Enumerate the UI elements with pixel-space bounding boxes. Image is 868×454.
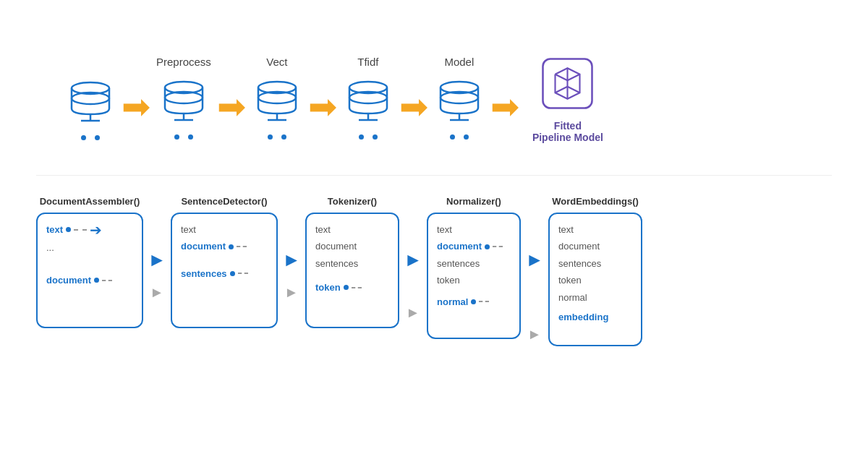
field-text: text ➔ xyxy=(46,221,133,238)
database-icon-1 xyxy=(158,74,209,125)
fitted-model-label: FittedPipeline Model xyxy=(532,120,603,143)
component-title-2: Tokenizer() xyxy=(328,196,377,207)
field-dot xyxy=(344,285,349,290)
field-text-3: text xyxy=(437,221,511,238)
dot xyxy=(95,135,100,140)
svg-line-22 xyxy=(556,74,568,80)
step-1-dots xyxy=(174,134,193,140)
solid-arrow-icon: ► xyxy=(404,250,422,269)
database-icon-3 xyxy=(343,74,393,125)
solid-arrow-icon: ► xyxy=(525,250,544,269)
arrow-1: ➡ xyxy=(122,90,150,124)
field-document-1: document xyxy=(181,238,268,254)
svg-line-25 xyxy=(556,86,568,93)
component-box-2: text document sentences token xyxy=(305,213,399,328)
component-box-4: text document sentences token normal emb… xyxy=(548,213,642,346)
field-normal-output: normal xyxy=(437,294,511,310)
dot xyxy=(450,134,455,140)
step-2-label: Vect xyxy=(266,56,287,68)
field-dot xyxy=(485,244,490,249)
database-icon-4 xyxy=(434,74,485,125)
arrow-5: ➡ xyxy=(490,90,519,124)
field-text-1: text xyxy=(181,221,268,238)
step-2-dots xyxy=(268,134,286,140)
dot xyxy=(268,134,273,140)
main-container: ➡ Preprocess ➡ Vect xyxy=(0,0,868,454)
field-document-3: document xyxy=(437,238,511,254)
svg-line-26 xyxy=(568,86,580,93)
svg-line-23 xyxy=(568,74,580,80)
connector-1-2: ► ► xyxy=(278,250,305,299)
connector-2-3: ► ► xyxy=(399,250,427,320)
field-dot xyxy=(66,227,71,232)
dashed-arrow-icon: ► xyxy=(406,305,420,320)
field-document-2: document xyxy=(315,238,389,254)
pipeline-step-1: Preprocess xyxy=(156,56,211,140)
component-col-3: Normalizer() text document sentences tok… xyxy=(427,196,521,339)
field-sentences-4: sentences xyxy=(558,255,632,272)
component-title-0: DocumentAssembler() xyxy=(40,196,140,207)
connector-3-4: ► ► xyxy=(521,250,548,341)
component-box-3: text document sentences token normal xyxy=(427,213,521,339)
pipeline-step-2: Vect xyxy=(252,56,302,140)
database-icon-0 xyxy=(65,75,116,126)
dashed-arrow-icon: ► xyxy=(150,285,164,299)
field-normal-4: normal xyxy=(558,289,632,306)
step-3-label: Tfidf xyxy=(357,56,378,68)
field-sentences-3: sentences xyxy=(437,255,511,272)
dashed-arrow-icon: ► xyxy=(527,327,542,341)
field-text-4: text xyxy=(558,221,632,238)
field-embedding-output: embedding xyxy=(558,309,632,325)
pipeline-step-3: Tfidf xyxy=(343,56,393,140)
field-token-3: token xyxy=(437,272,511,288)
component-col-1: SentenceDetector() text document sentenc… xyxy=(171,196,278,328)
field-token-output: token xyxy=(315,279,389,296)
dot xyxy=(188,134,193,140)
dot xyxy=(359,134,364,140)
dot xyxy=(81,135,86,140)
fitted-model: FittedPipeline Model xyxy=(532,53,603,143)
divider xyxy=(36,175,832,176)
arrow-4: ➡ xyxy=(399,90,428,124)
component-box-0: text ➔ ... document xyxy=(36,213,143,328)
dot xyxy=(464,134,469,140)
step-4-dots xyxy=(450,134,469,140)
field-token-4: token xyxy=(558,272,632,288)
component-col-4: WordEmbeddings() text document sentences… xyxy=(548,196,642,346)
field-dot xyxy=(229,244,234,249)
dot xyxy=(174,134,179,140)
pipeline-step-4: Model xyxy=(434,56,485,140)
component-col-2: Tokenizer() text document sentences toke… xyxy=(305,196,399,328)
field-text-2: text xyxy=(315,221,389,238)
arrow-2: ➡ xyxy=(217,90,246,124)
top-section: ➡ Preprocess ➡ Vect xyxy=(22,14,846,174)
dot xyxy=(373,134,378,140)
step-4-label: Model xyxy=(444,56,474,68)
step-1-label: Preprocess xyxy=(156,56,211,68)
field-dot xyxy=(94,278,99,283)
step-3-dots xyxy=(359,134,378,140)
bottom-section: DocumentAssembler() text ➔ ... document xyxy=(22,189,846,346)
field-document-output: document xyxy=(46,272,133,288)
field-ellipsis: ... xyxy=(46,238,133,259)
solid-arrow-icon: ► xyxy=(282,250,301,269)
pipeline-step-0 xyxy=(65,56,116,140)
field-dot xyxy=(230,271,235,276)
field-sentences-output-1: sentences xyxy=(181,265,268,282)
database-icon-2 xyxy=(252,74,302,125)
step-0-dots xyxy=(81,135,100,140)
component-title-4: WordEmbeddings() xyxy=(552,196,639,207)
field-dot xyxy=(471,299,476,304)
component-box-1: text document sentences xyxy=(171,213,278,328)
field-document-4: document xyxy=(558,238,632,254)
component-col-0: DocumentAssembler() text ➔ ... document xyxy=(36,196,143,328)
dot xyxy=(281,134,286,140)
component-title-1: SentenceDetector() xyxy=(181,196,267,207)
connector-0-1: ► ► xyxy=(143,250,171,299)
solid-arrow-icon: ► xyxy=(148,250,166,269)
component-title-3: Normalizer() xyxy=(446,196,501,207)
dashed-arrow-icon: ► xyxy=(284,285,299,299)
arrow-3: ➡ xyxy=(308,90,337,124)
field-sentences-2: sentences xyxy=(315,255,389,272)
fitted-model-icon xyxy=(537,53,598,114)
